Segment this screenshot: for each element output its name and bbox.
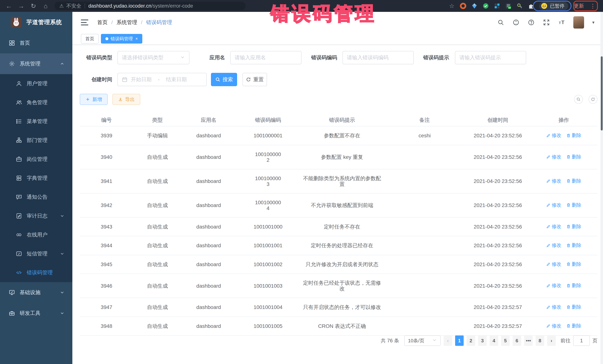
edit-link[interactable]: 修改 — [546, 224, 561, 230]
error-type-select[interactable]: 请选择错误码类型 — [117, 51, 189, 64]
sidebar-item-用户管理[interactable]: 用户管理 — [0, 74, 72, 93]
page-button-2[interactable]: 2 — [467, 335, 475, 346]
page-button-5[interactable]: 5 — [501, 335, 510, 346]
column-header-应用名: 应用名 — [182, 114, 236, 126]
reload-icon[interactable]: ↻ — [29, 2, 37, 10]
refresh-table-button[interactable] — [589, 95, 597, 104]
extension-blue-gem-icon[interactable] — [471, 3, 477, 9]
page-button-1[interactable]: 1 — [455, 335, 464, 346]
cell-code: 1001000002 — [236, 145, 300, 169]
error-msg-input[interactable]: 请输入错误码提示 — [455, 51, 526, 64]
bookmark-star-icon[interactable]: ☆ — [449, 3, 455, 9]
edit-link[interactable]: 修改 — [546, 323, 561, 329]
cell-id: 3946 — [80, 274, 133, 298]
page-button-6[interactable]: 6 — [513, 335, 521, 346]
edit-link[interactable]: 修改 — [546, 243, 561, 248]
app-name-input[interactable]: 请输入应用名 — [230, 51, 302, 64]
edit-link[interactable]: 修改 — [546, 283, 561, 288]
edit-link[interactable]: 修改 — [546, 154, 561, 160]
date-range-picker[interactable]: 开始日期 - 结束日期 — [117, 73, 207, 86]
edit-link[interactable]: 修改 — [546, 132, 561, 138]
pencil-icon — [546, 243, 551, 248]
sidebar-item-研发工具[interactable]: 研发工具 — [0, 303, 72, 324]
screen: ← → ↻ ⌂ ⚠ 不安全 dashboard.yudao.iocoder.cn… — [0, 0, 603, 364]
extension-green-check-icon[interactable] — [483, 3, 489, 9]
page-button-4[interactable]: 4 — [490, 335, 498, 346]
delete-link[interactable]: 删除 — [566, 243, 581, 248]
breadcrumb-item[interactable]: 首页 — [97, 19, 108, 26]
cell-remark — [384, 193, 465, 217]
extension-orange-ring-icon[interactable] — [460, 3, 466, 9]
scrollbar-thumb[interactable] — [601, 56, 603, 131]
next-page-button[interactable]: › — [547, 335, 556, 346]
extension-key-icon[interactable] — [517, 3, 523, 9]
sidebar-toggle-icon[interactable] — [81, 20, 88, 25]
github-icon[interactable] — [512, 19, 520, 26]
page-button-8[interactable]: 8 — [536, 335, 544, 346]
sidebar-item-字典管理[interactable]: 字典管理 — [0, 169, 72, 188]
cell-actions: 修改删除 — [530, 255, 597, 274]
reset-button[interactable]: 重置 — [243, 73, 267, 86]
delete-link[interactable]: 删除 — [566, 283, 581, 288]
delete-link[interactable]: 删除 — [566, 323, 581, 329]
add-button[interactable]: 新增 — [80, 94, 108, 105]
extension-grid-icon[interactable] — [494, 3, 500, 9]
sidebar-item-菜单管理[interactable]: 菜单管理 — [0, 112, 72, 131]
fullscreen-icon[interactable] — [543, 19, 550, 26]
edit-link[interactable]: 修改 — [546, 202, 561, 208]
tab-close-icon[interactable]: × — [135, 36, 138, 41]
page-size-select[interactable]: 10条/页 — [404, 335, 441, 346]
sidebar-item-角色管理[interactable]: 角色管理 — [0, 93, 72, 112]
sidebar-item-短信管理[interactable]: 短信管理 — [0, 244, 72, 263]
delete-link[interactable]: 删除 — [566, 261, 581, 267]
goto-page-input[interactable]: 1 — [573, 335, 590, 346]
delete-link[interactable]: 删除 — [566, 224, 581, 230]
show-search-toggle-button[interactable] — [574, 95, 583, 104]
tab-首页[interactable]: 首页 — [81, 34, 99, 44]
cell-app: dashboard — [182, 126, 236, 145]
home-icon[interactable]: ⌂ — [42, 2, 50, 10]
cell-type: 自动生成 — [133, 217, 182, 236]
delete-link[interactable]: 删除 — [566, 202, 581, 208]
delete-link[interactable]: 删除 — [566, 304, 581, 310]
sidebar-item-审计日志[interactable]: 审计日志 — [0, 207, 72, 225]
tab-错误码管理[interactable]: 错误码管理× — [101, 34, 142, 44]
prev-page-button[interactable]: ‹ — [444, 335, 452, 346]
cell-msg: 不允许获取敏感配置到前端 — [300, 193, 384, 217]
error-code-input[interactable]: 请输入错误码编码 — [343, 51, 414, 64]
export-button[interactable]: 导出 — [112, 94, 140, 105]
edit-link[interactable]: 修改 — [546, 261, 561, 267]
font-size-icon[interactable]: TT — [558, 19, 565, 26]
search-icon[interactable] — [497, 19, 504, 26]
delete-link[interactable]: 删除 — [566, 132, 581, 138]
help-icon[interactable] — [528, 19, 535, 26]
user-avatar[interactable] — [573, 16, 584, 29]
sidebar-item-部门管理[interactable]: 部门管理 — [0, 131, 72, 150]
cell-time: 2021-04-20 23:52:56 — [465, 126, 530, 145]
sidebar-item-通知公告[interactable]: 通知公告 — [0, 188, 72, 207]
extension-list-on-icon[interactable]: on — [505, 3, 511, 9]
back-icon[interactable]: ← — [5, 2, 13, 10]
delete-link[interactable]: 删除 — [566, 154, 581, 160]
edit-link[interactable]: 修改 — [546, 178, 561, 184]
table-row: 3944自动生成dashboard1001001001定时任务的处理器已经存在2… — [80, 236, 597, 255]
sidebar-item-系统管理[interactable]: 系统管理 — [0, 53, 72, 74]
sidebar-item-错误码管理[interactable]: 错误码管理 — [0, 263, 72, 282]
edit-link[interactable]: 修改 — [546, 304, 561, 310]
forward-icon[interactable]: → — [17, 2, 25, 10]
page-button-3[interactable]: 3 — [478, 335, 487, 346]
scrollbar-track[interactable] — [600, 12, 603, 364]
avatar-caret-down-icon[interactable]: ▾ — [592, 20, 594, 25]
sidebar-item-首页[interactable]: 首页 — [0, 33, 72, 53]
search-button[interactable]: 搜索 — [211, 73, 237, 86]
sidebar-item-基础设施[interactable]: 基础设施 — [0, 282, 72, 303]
delete-link[interactable]: 删除 — [566, 178, 581, 184]
page-more-button[interactable]: ••• — [524, 335, 533, 346]
sidebar-logo[interactable]: 芋道管理系统 — [0, 12, 72, 33]
address-bar[interactable]: ⚠ 不安全 dashboard.yudao.iocoder.cn/system/… — [55, 2, 246, 10]
breadcrumb-item[interactable]: 系统管理 — [116, 19, 137, 26]
sidebar-item-在线用户[interactable]: 在线用户 — [0, 225, 72, 244]
cell-app: dashboard — [182, 145, 236, 169]
sidebar-item-岗位管理[interactable]: 岗位管理 — [0, 150, 72, 169]
search-icon — [215, 77, 220, 82]
